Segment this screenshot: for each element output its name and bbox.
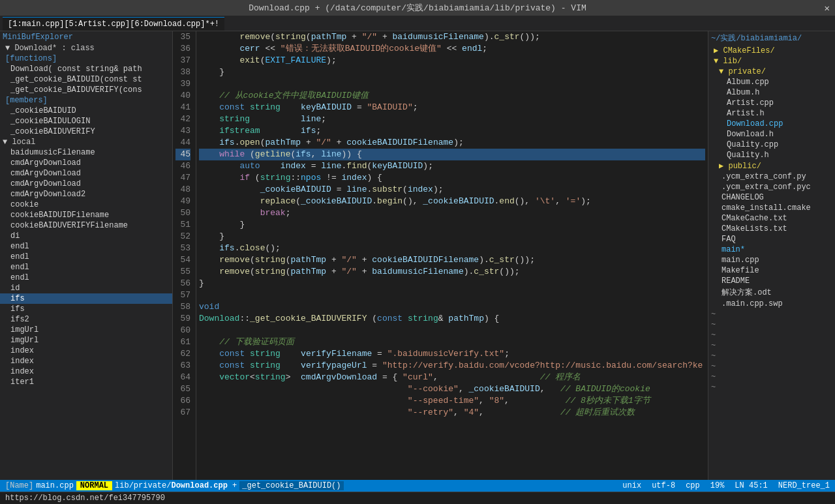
rs-faq[interactable]: FAQ [708,234,835,245]
line-num-37: 37 [175,55,190,67]
line-num-41: 41 [175,102,190,113]
rs-public[interactable]: ▶ public/ [708,160,835,171]
code-line-59: Download::_get_cookie_BAIDUVERIFY (const… [199,313,705,325]
sidebar-item[interactable]: _cookieBAIDULOGIN [0,116,172,126]
sidebar-item[interactable]: cmdArgvDownload2 [0,189,172,200]
sidebar-item[interactable]: id [0,283,172,293]
rs-quality-cpp[interactable]: Quality.cpp [708,140,835,150]
sidebar-item[interactable]: endl [0,273,172,283]
line-num-44: 44 [175,137,190,149]
code-line-65: "--cookie", _cookieBAIDUID, // BAIDUID的c… [199,383,705,395]
sidebar-item[interactable]: _get_cookie_BAIDUID(const st [0,74,172,85]
sidebar-item[interactable]: endl [0,252,172,262]
line-num-49: 49 [175,196,190,207]
url-display: https://blog.csdn.net/fei347795790 [5,494,165,503]
line-num-45: 45 [175,149,190,160]
rs-cmakefiles[interactable]: ▶ CMakeFiles/ [708,45,835,56]
line-numbers: 35 36 37 38 39 40 41 42 43 44 45 46 47 4… [173,31,196,480]
sidebar-item[interactable]: baidumusicFilename [0,147,172,158]
rs-artist-h[interactable]: Artist.h [708,108,835,119]
rs-cmakecache[interactable]: CMakeCache.txt [708,213,835,224]
file-path-label: lib/private/Download.cpp + [115,481,237,490]
code-content[interactable]: remove(string(pathTmp + "/" + baidumusic… [196,31,708,480]
sidebar-item[interactable]: cmdArgvDownload [0,158,172,168]
rs-makefile[interactable]: Makefile [708,265,835,276]
rs-ycm-extra-conf-py[interactable]: .ycm_extra_conf.py [708,171,835,182]
code-line-66: "--speed-time", "8", // 8秒内未下载1字节 [199,395,705,407]
rs-main-swp[interactable]: .main.cpp.swp [708,299,835,309]
sidebar-item[interactable]: ifs [0,304,172,314]
sidebar-item[interactable]: cmdArgvDownload [0,168,172,179]
rs-readme[interactable]: README [708,276,835,286]
percent-label: 19% [710,481,725,490]
rs-changelog[interactable]: CHANGELOG [708,192,835,203]
close-button[interactable]: ✕ [825,3,830,14]
code-line-44: ifs.open(pathTmp + "/" + cookieBAIDUIDFi… [199,137,705,149]
line-num-54: 54 [175,254,190,266]
sidebar-item[interactable]: index [0,356,172,366]
sidebar-item[interactable]: _cookieBAIDUVERIFY [0,126,172,137]
sidebar-item[interactable]: cookieBAIDUVERIFYFilename [0,220,172,231]
line-num-40: 40 [175,90,190,102]
code-line-49: replace(_cookieBAIDUID.begin(), _cookieB… [199,196,705,207]
rs-album-cpp[interactable]: Album.cpp [708,77,835,87]
line-num-64: 64 [175,372,190,383]
class-header[interactable]: ▼ Download* : class [0,43,172,53]
rs-download-h[interactable]: Download.h [708,129,835,140]
sidebar-item[interactable]: endl [0,262,172,273]
rs-tilde-4: ~ [708,340,835,351]
line-num-48: 48 [175,184,190,196]
rs-main-cpp[interactable]: main.cpp [708,255,835,265]
title-bar: Download.cpp + (/data/computer/实践/biabia… [0,0,835,16]
sidebar-item[interactable]: Download( const string& path [0,64,172,74]
rs-cmake-install[interactable]: cmake_install.cmake [708,203,835,213]
code-line-35: remove(string(pathTmp + "/" + baidumusic… [199,31,705,43]
rs-download-cpp[interactable]: Download.cpp [708,119,835,129]
sidebar-item[interactable]: di [0,231,172,241]
rs-main-star[interactable]: main* [708,245,835,255]
sidebar-item[interactable]: ifs2 [0,314,172,325]
line-num-53: 53 [175,243,190,254]
line-num-51: 51 [175,219,190,231]
sidebar-item[interactable]: cmdArgvDownload [0,179,172,189]
code-line-64: vector<string> cmdArgvDownload = { "curl… [199,372,705,383]
rs-tilde-3: ~ [708,330,835,340]
rs-quality-h[interactable]: Quality.h [708,150,835,160]
sidebar-item[interactable]: cookie [0,200,172,210]
rs-ycm-extra-conf-pyc[interactable]: .ycm_extra_conf.pyc [708,182,835,192]
code-line-45: while (getline(ifs, line)) { [199,149,705,160]
status-bar: [Name] main.cpp NORMAL lib/private/Downl… [0,480,835,492]
sidebar-item[interactable]: _get_cookie_BAIDUVERIFY(cons [0,85,172,95]
members-label[interactable]: [members] [0,95,172,106]
lang-label: cpp [686,481,700,490]
sidebar-item[interactable]: _cookieBAIDUID [0,106,172,116]
functions-label[interactable]: [functions] [0,53,172,64]
rs-album-h[interactable]: Album.h [708,87,835,98]
code-line-52: } [199,231,705,243]
code-line-40: // 从cookie文件中提取BAIDUID键值 [199,90,705,102]
code-line-58: void [199,301,705,313]
local-label[interactable]: ▼ local [0,137,172,147]
rs-private[interactable]: ▼ private/ [708,67,835,77]
rs-solution-odt[interactable]: 解决方案.odt [708,286,835,299]
code-line-37: exit(EXIT_FAILURE); [199,55,705,67]
sidebar-item[interactable]: imgUrl [0,335,172,346]
sidebar-item[interactable]: iter1 [0,377,172,387]
line-num-43: 43 [175,125,190,137]
rs-lib[interactable]: ▼ lib/ [708,56,835,67]
sidebar-item-ifs-highlighted[interactable]: ifs [0,293,172,304]
code-line-51: } [199,219,705,231]
code-container[interactable]: 35 36 37 38 39 40 41 42 43 44 45 46 47 4… [173,31,708,480]
sidebar-item[interactable]: cookieBAIDUIDFilename [0,210,172,220]
line-num-61: 61 [175,336,190,348]
editor-tab[interactable]: [1:main.cpp][5:Artist.cpp][6:Download.cp… [3,17,224,31]
sidebar-item[interactable]: endl [0,241,172,252]
sidebar-item[interactable]: index [0,346,172,356]
rs-cmakelists[interactable]: CMakeLists.txt [708,224,835,234]
code-line-60 [199,325,705,336]
code-line-56: } [199,278,705,289]
sidebar-item[interactable]: index [0,366,172,377]
code-line-46: auto index = line.find(keyBAIDUID); [199,160,705,172]
rs-artist-cpp[interactable]: Artist.cpp [708,98,835,108]
sidebar-item[interactable]: imgUrl [0,325,172,335]
